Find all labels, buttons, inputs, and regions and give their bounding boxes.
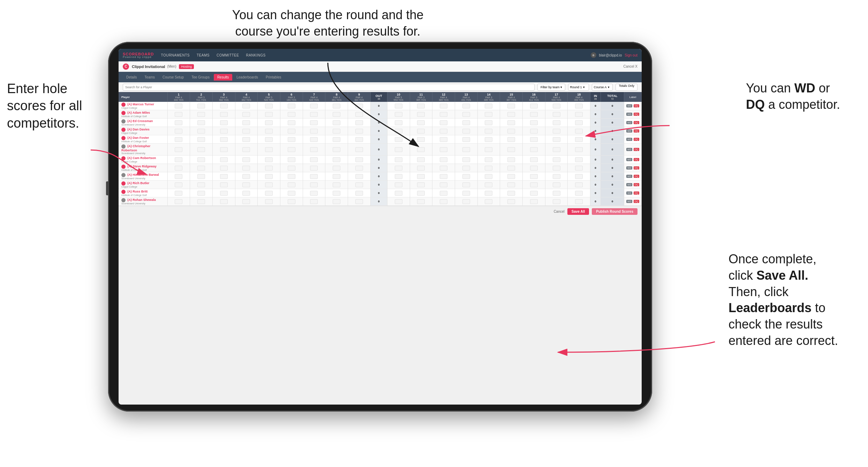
score-input-hole-1-player-5[interactable] [175,147,182,152]
score-input-hole-3-player-3[interactable] [220,129,228,134]
score-input-hole-16-player-0[interactable] [530,104,538,108]
score-input-hole-2-player-11[interactable] [197,199,205,204]
score-input-hole-5-player-6[interactable] [265,157,273,162]
score-input-hole-1-player-10[interactable] [175,191,182,196]
score-input-hole-14-player-4[interactable] [485,137,492,142]
score-input-hole-9-player-4[interactable] [355,137,363,142]
score-input-hole-11-player-3[interactable] [417,129,425,134]
round-select[interactable]: Round 1 ▾ [568,84,589,91]
score-input-hole-16-player-10[interactable] [530,191,538,196]
score-input-hole-11-player-11[interactable] [417,199,425,204]
score-input-hole-15-player-11[interactable] [507,199,515,204]
score-input-hole-17-player-9[interactable] [553,182,560,187]
score-input-hole-9-player-11[interactable] [355,199,363,204]
score-input-hole-3-player-1[interactable] [220,112,228,117]
score-input-hole-2-player-9[interactable] [197,182,205,187]
wd-button-row-7[interactable]: WD [626,166,633,170]
score-input-hole-17-player-0[interactable] [553,104,560,108]
tab-details[interactable]: Details [123,74,141,81]
score-input-hole-5-player-0[interactable] [265,104,273,108]
score-input-hole-11-player-9[interactable] [417,182,425,187]
score-input-hole-15-player-10[interactable] [507,191,515,196]
score-input-hole-15-player-0[interactable] [507,104,515,108]
dq-button-row-3[interactable]: DQ [634,129,640,133]
wd-button-row-0[interactable]: WD [626,104,633,107]
score-input-hole-7-player-5[interactable] [310,147,318,152]
score-input-hole-14-player-10[interactable] [485,191,492,196]
score-input-hole-4-player-10[interactable] [242,191,250,196]
score-input-hole-6-player-8[interactable] [288,174,295,179]
score-input-hole-16-player-2[interactable] [530,120,538,125]
score-input-hole-1-player-1[interactable] [175,112,182,117]
score-input-hole-7-player-9[interactable] [310,182,318,187]
totals-only-button[interactable]: Totals Only [616,84,637,91]
score-input-hole-2-player-1[interactable] [197,112,205,117]
wd-button-row-1[interactable]: WD [626,113,633,116]
score-input-hole-15-player-4[interactable] [507,137,515,142]
score-input-hole-10-player-6[interactable] [395,157,402,162]
score-input-hole-12-player-2[interactable] [440,120,447,125]
score-input-hole-16-player-9[interactable] [530,182,538,187]
score-input-hole-8-player-5[interactable] [333,147,340,152]
tab-tee-groups[interactable]: Tee Groups [188,74,213,81]
score-input-hole-13-player-7[interactable] [462,166,470,171]
score-input-hole-16-player-11[interactable] [530,199,538,204]
search-player-input[interactable] [123,84,535,91]
score-input-hole-8-player-11[interactable] [333,199,340,204]
dq-button-row-1[interactable]: DQ [634,113,640,116]
score-input-hole-2-player-3[interactable] [197,129,205,134]
score-input-hole-2-player-4[interactable] [197,137,205,142]
score-input-hole-2-player-7[interactable] [197,166,205,171]
score-input-hole-18-player-11[interactable] [575,199,583,204]
score-input-hole-10-player-11[interactable] [395,199,402,204]
score-input-hole-9-player-2[interactable] [355,120,363,125]
score-input-hole-9-player-8[interactable] [355,174,363,179]
score-input-hole-1-player-2[interactable] [175,120,182,125]
score-input-hole-10-player-10[interactable] [395,191,402,196]
score-input-hole-10-player-1[interactable] [395,112,402,117]
wd-button-row-9[interactable]: WD [626,183,633,186]
dq-button-row-2[interactable]: DQ [634,121,640,124]
score-input-hole-12-player-1[interactable] [440,112,447,117]
score-input-hole-18-player-7[interactable] [575,166,583,171]
score-input-hole-10-player-5[interactable] [395,147,402,152]
score-input-hole-3-player-7[interactable] [220,166,228,171]
score-input-hole-15-player-1[interactable] [507,112,515,117]
score-input-hole-17-player-6[interactable] [553,157,560,162]
score-input-hole-18-player-4[interactable] [575,137,583,142]
tournament-cancel-btn[interactable]: Cancel X [623,65,637,68]
score-input-hole-7-player-6[interactable] [310,157,318,162]
score-input-hole-8-player-9[interactable] [333,182,340,187]
score-input-hole-12-player-5[interactable] [440,147,447,152]
score-input-hole-11-player-4[interactable] [417,137,425,142]
score-input-hole-7-player-1[interactable] [310,112,318,117]
dq-button-row-4[interactable]: DQ [634,138,640,141]
score-input-hole-4-player-4[interactable] [242,137,250,142]
score-input-hole-15-player-8[interactable] [507,174,515,179]
score-input-hole-17-player-11[interactable] [553,199,560,204]
score-input-hole-7-player-4[interactable] [310,137,318,142]
score-input-hole-5-player-7[interactable] [265,166,273,171]
score-input-hole-11-player-2[interactable] [417,120,425,125]
score-input-hole-10-player-4[interactable] [395,137,402,142]
footer-cancel-label[interactable]: Cancel [554,210,565,213]
score-input-hole-9-player-1[interactable] [355,112,363,117]
nav-teams[interactable]: TEAMS [197,53,210,57]
score-input-hole-15-player-7[interactable] [507,166,515,171]
score-input-hole-6-player-7[interactable] [288,166,295,171]
score-input-hole-13-player-8[interactable] [462,174,470,179]
score-input-hole-14-player-9[interactable] [485,182,492,187]
score-input-hole-6-player-11[interactable] [288,199,295,204]
score-input-hole-9-player-9[interactable] [355,182,363,187]
score-input-hole-11-player-7[interactable] [417,166,425,171]
wd-button-row-3[interactable]: WD [626,129,633,133]
score-input-hole-9-player-5[interactable] [355,147,363,152]
score-input-hole-14-player-5[interactable] [485,147,492,152]
score-input-hole-18-player-6[interactable] [575,157,583,162]
score-input-hole-6-player-2[interactable] [288,120,295,125]
score-input-hole-1-player-8[interactable] [175,174,182,179]
score-input-hole-1-player-11[interactable] [175,199,182,204]
score-input-hole-5-player-8[interactable] [265,174,273,179]
score-input-hole-6-player-9[interactable] [288,182,295,187]
score-input-hole-18-player-5[interactable] [575,147,583,152]
